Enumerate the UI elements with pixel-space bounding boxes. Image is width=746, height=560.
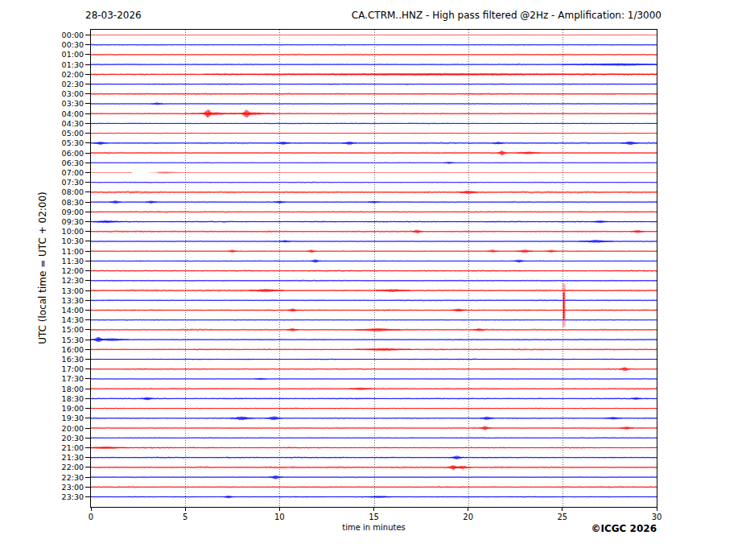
- y-tick-label: 02:30: [35, 80, 84, 89]
- y-tick-label: 05:30: [35, 138, 84, 147]
- copyright-label: ©ICGC 2026: [591, 523, 657, 534]
- y-tick-label: 23:00: [35, 483, 84, 492]
- x-tick-label: 30: [647, 513, 666, 521]
- y-tick-label: 12:00: [35, 266, 84, 275]
- y-tick-label: 04:30: [35, 119, 84, 128]
- y-tick-label: 20:00: [35, 424, 84, 433]
- y-tick-label: 17:00: [35, 364, 84, 373]
- y-tick-label: 10:30: [35, 237, 84, 245]
- y-tick-label: 03:00: [35, 89, 84, 98]
- y-tick-label: 06:00: [35, 149, 84, 158]
- y-tick-label: 21:30: [35, 453, 84, 462]
- y-tick-label: 22:00: [35, 463, 84, 471]
- y-tick-label: 12:30: [35, 276, 84, 285]
- y-tick-label: 16:00: [35, 345, 84, 354]
- y-tick-label: 15:00: [35, 325, 84, 334]
- x-tick-label: 25: [553, 513, 572, 521]
- x-tick-label: 0: [81, 513, 101, 521]
- y-tick-label: 13:00: [35, 286, 84, 295]
- x-tick-mark: [185, 508, 186, 511]
- y-tick-label: 08:30: [35, 198, 84, 207]
- y-tick-label: 14:00: [35, 306, 84, 315]
- y-tick-label: 09:30: [35, 217, 84, 226]
- x-axis-label: time in minutes: [91, 523, 657, 532]
- y-tick-label: 18:30: [35, 394, 84, 403]
- y-tick-label: 08:00: [35, 187, 84, 196]
- y-tick-label: 13:30: [35, 296, 84, 305]
- x-tick-label: 5: [175, 513, 195, 521]
- y-tick-label: 05:00: [35, 129, 84, 138]
- y-tick-label: 22:30: [35, 473, 84, 482]
- y-tick-label: 07:00: [35, 168, 84, 177]
- y-tick-label: 14:30: [35, 315, 84, 324]
- y-tick-label: 23:30: [35, 492, 84, 501]
- x-tick-mark: [279, 508, 280, 511]
- seismogram-canvas: [91, 30, 657, 507]
- plot-frame: [90, 29, 657, 508]
- y-tick-label: 17:30: [35, 374, 84, 383]
- y-tick-label: 10:00: [35, 227, 84, 236]
- x-tick-label: 15: [365, 513, 384, 521]
- y-tick-label: 06:30: [35, 159, 84, 167]
- x-tick-label: 20: [459, 513, 478, 521]
- y-tick-label: 15:30: [35, 336, 84, 344]
- y-tick-label: 01:30: [35, 60, 84, 69]
- x-tick-label: 10: [270, 513, 289, 521]
- y-tick-label: 00:00: [35, 31, 84, 39]
- y-tick-label: 11:00: [35, 247, 84, 256]
- y-tick-label: 19:00: [35, 404, 84, 413]
- y-tick-label: 07:30: [35, 178, 84, 187]
- x-tick-mark: [468, 508, 468, 511]
- y-tick-label: 20:30: [35, 434, 84, 443]
- y-tick-label: 04:00: [35, 109, 84, 118]
- y-tick-label: 16:30: [35, 355, 84, 364]
- plot-title: CA.CTRM..HNZ - High pass filtered @2Hz -…: [352, 10, 662, 21]
- y-tick-label: 19:30: [35, 414, 84, 422]
- y-tick-label: 03:30: [35, 99, 84, 108]
- x-tick-mark: [373, 508, 374, 511]
- date-label: 28-03-2026: [85, 10, 142, 21]
- y-tick-label: 02:00: [35, 70, 84, 79]
- helicorder-window: 28-03-2026 CA.CTRM..HNZ - High pass filt…: [0, 0, 746, 560]
- y-tick-label: 09:00: [35, 208, 84, 216]
- x-tick-mark: [562, 508, 563, 511]
- y-tick-label: 18:00: [35, 385, 84, 393]
- x-tick-mark: [91, 508, 92, 511]
- y-tick-label: 01:00: [35, 50, 84, 59]
- y-tick-label: 00:30: [35, 40, 84, 49]
- y-tick-label: 21:00: [35, 443, 84, 452]
- x-tick-mark: [657, 508, 657, 511]
- y-tick-label: 11:30: [35, 257, 84, 266]
